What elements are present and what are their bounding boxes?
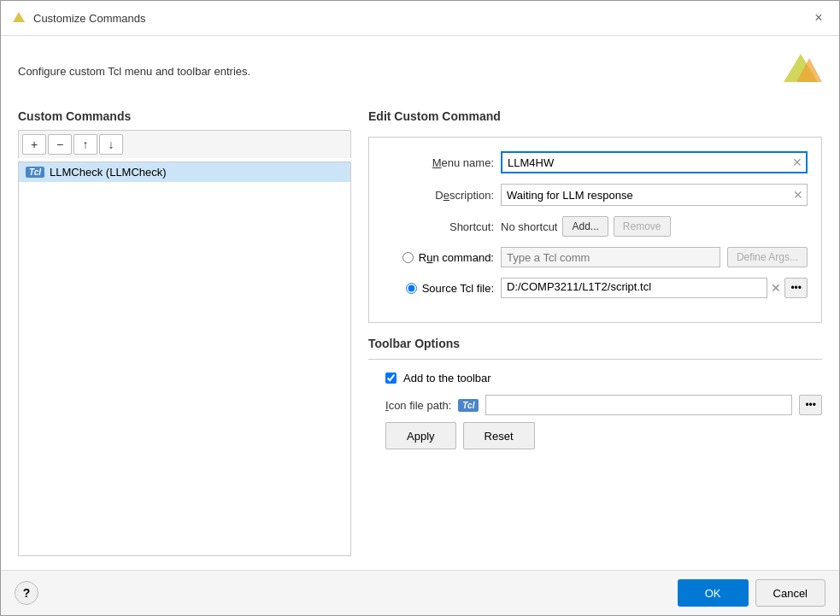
icon-path-input[interactable] xyxy=(485,395,792,415)
apply-button[interactable]: Apply xyxy=(385,422,456,449)
edit-form: Menu name: ✕ Description: xyxy=(368,137,822,323)
shortcut-row: Shortcut: No shortcut Add... Remove xyxy=(383,216,808,237)
source-tcl-value-group: D:/COMP3211/L1T2/script.tcl ✕ ••• xyxy=(501,278,808,298)
add-command-button[interactable]: + xyxy=(22,134,46,155)
move-up-button[interactable]: ↑ xyxy=(73,134,97,155)
shortcut-group: No shortcut Add... Remove xyxy=(501,216,671,237)
run-command-input[interactable] xyxy=(501,247,720,267)
dialog-title: Customize Commands xyxy=(33,12,146,25)
action-buttons: Apply Reset xyxy=(385,422,822,449)
source-tcl-path: D:/COMP3211/L1T2/script.tcl xyxy=(501,278,767,298)
source-tcl-row: Source Tcl file: D:/COMP3211/L1T2/script… xyxy=(383,278,808,298)
description-clear-button[interactable]: ✕ xyxy=(790,188,807,202)
title-bar-left: Customize Commands xyxy=(11,10,146,26)
source-tcl-radio[interactable] xyxy=(406,283,417,294)
icon-path-row: Icon file path: Tcl ••• xyxy=(385,395,822,415)
list-item[interactable]: Tcl LLMCheck (LLMCheck) xyxy=(19,162,350,182)
right-panel-title: Edit Custom Command xyxy=(368,109,822,123)
list-toolbar: + − ↑ ↓ xyxy=(18,130,351,158)
icon-path-label: Icon file path: xyxy=(385,399,451,412)
header-description: Configure custom Tcl menu and toolbar en… xyxy=(18,65,250,78)
left-panel-title: Custom Commands xyxy=(18,109,351,123)
shortcut-label: Shortcut: xyxy=(383,220,494,233)
add-toolbar-label[interactable]: Add to the toolbar xyxy=(403,372,491,384)
remove-command-button[interactable]: − xyxy=(48,134,72,155)
run-command-label-text: Run command: xyxy=(419,251,494,264)
remove-shortcut-button[interactable]: Remove xyxy=(614,216,671,237)
define-args-button[interactable]: Define Args... xyxy=(727,247,808,267)
source-tcl-label-text: Source Tcl file: xyxy=(422,282,494,295)
run-command-row: Run command: Define Args... xyxy=(383,247,808,267)
menu-name-input-wrapper: ✕ xyxy=(501,151,808,173)
right-panel: Edit Custom Command Menu name: ✕ xyxy=(368,109,822,556)
menu-name-input[interactable] xyxy=(502,155,789,171)
icon-tcl-badge: Tcl xyxy=(458,399,479,412)
add-toolbar-row: Add to the toolbar xyxy=(385,372,822,384)
toolbar-options-section: Toolbar Options Add to the toolbar Icon … xyxy=(368,337,822,449)
dialog-footer: ? OK Cancel xyxy=(1,570,839,615)
reset-button[interactable]: Reset xyxy=(463,422,535,449)
source-tcl-clear-button[interactable]: ✕ xyxy=(771,281,781,295)
source-tcl-browse-button[interactable]: ••• xyxy=(784,278,808,298)
dialog-body: Configure custom Tcl menu and toolbar en… xyxy=(1,36,839,570)
content-area: Custom Commands + − ↑ ↓ Tcl LLMCheck (LL… xyxy=(18,109,822,556)
description-row-form: Description: ✕ xyxy=(383,184,808,206)
header-row: Configure custom Tcl menu and toolbar en… xyxy=(18,50,822,92)
add-toolbar-checkbox[interactable] xyxy=(385,373,397,384)
description-input-wrapper: ✕ xyxy=(501,184,808,206)
menu-name-row: Menu name: ✕ xyxy=(383,151,808,173)
description-label: Description: xyxy=(383,189,494,202)
logo-icon xyxy=(779,50,822,92)
description-input[interactable] xyxy=(502,187,790,203)
browse-dots: ••• xyxy=(790,282,802,294)
list-item-label: LLMCheck (LLMCheck) xyxy=(50,166,167,179)
source-tcl-radio-label[interactable]: Source Tcl file: xyxy=(383,282,494,295)
icon-path-browse-button[interactable]: ••• xyxy=(799,395,822,415)
footer-right-buttons: OK Cancel xyxy=(678,579,825,607)
run-command-radio[interactable] xyxy=(402,252,414,263)
commands-list: Tcl LLMCheck (LLMCheck) xyxy=(18,161,351,556)
menu-name-clear-button[interactable]: ✕ xyxy=(789,155,806,169)
tcl-badge: Tcl xyxy=(26,167,44,178)
title-bar: Customize Commands × xyxy=(1,1,839,36)
toolbar-options-title: Toolbar Options xyxy=(368,337,822,350)
run-command-radio-label[interactable]: Run command: xyxy=(383,251,494,264)
icon-browse-dots: ••• xyxy=(805,399,816,411)
shortcut-value: No shortcut xyxy=(501,220,557,233)
add-shortcut-button[interactable]: Add... xyxy=(562,216,608,237)
close-button[interactable]: × xyxy=(808,8,829,28)
toolbar-section-separator xyxy=(368,359,822,360)
move-down-button[interactable]: ↓ xyxy=(99,134,123,155)
ok-button[interactable]: OK xyxy=(678,579,749,607)
menu-name-label: Menu name: xyxy=(383,156,494,169)
left-panel: Custom Commands + − ↑ ↓ Tcl LLMCheck (LL… xyxy=(18,109,351,556)
app-icon xyxy=(11,10,26,26)
cancel-button[interactable]: Cancel xyxy=(755,579,825,607)
customize-commands-dialog: Customize Commands × Configure custom Tc… xyxy=(0,0,840,616)
help-button[interactable]: ? xyxy=(15,581,38,605)
